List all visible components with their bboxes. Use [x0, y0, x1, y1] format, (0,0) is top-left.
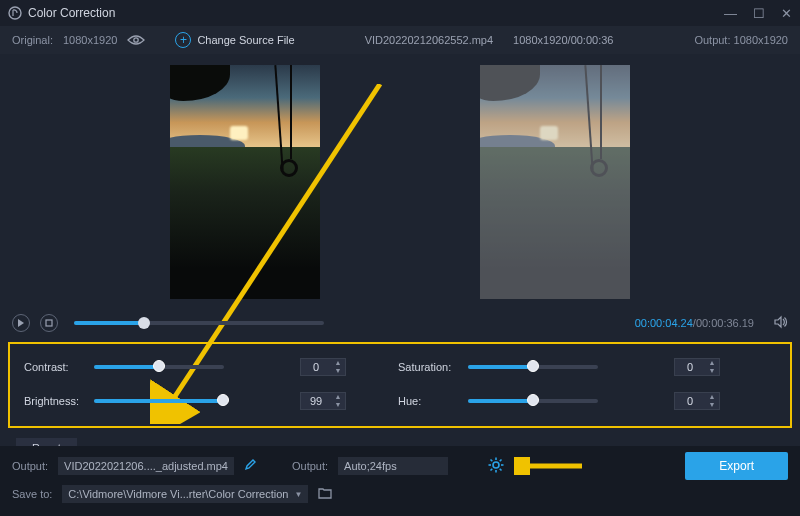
save-path-dropdown[interactable]: C:\Vidmore\Vidmore Vi...rter\Color Corre…: [62, 485, 308, 503]
change-source-button[interactable]: + Change Source File: [175, 32, 294, 48]
stop-button[interactable]: [40, 314, 58, 332]
output-settings-icon[interactable]: [488, 457, 504, 475]
saturation-step-down[interactable]: ▼: [705, 367, 719, 375]
contrast-label: Contrast:: [24, 361, 86, 373]
rename-output-icon[interactable]: [244, 459, 256, 473]
hue-step-up[interactable]: ▲: [705, 393, 719, 401]
brightness-value-input[interactable]: 99▲▼: [300, 392, 346, 410]
minimize-button[interactable]: —: [724, 6, 737, 21]
total-time: 00:00:36.19: [696, 317, 754, 329]
hue-slider[interactable]: [468, 399, 598, 403]
svg-point-0: [9, 7, 21, 19]
brightness-label: Brightness:: [24, 395, 86, 407]
brightness-step-up[interactable]: ▲: [331, 393, 345, 401]
color-controls-panel: Contrast: 0▲▼ Saturation: 0▲▼ Brightness…: [8, 342, 792, 428]
saturation-label: Saturation:: [398, 361, 460, 373]
contrast-value-input[interactable]: 0▲▼: [300, 358, 346, 376]
playback-slider[interactable]: [74, 321, 324, 325]
save-to-label: Save to:: [12, 488, 52, 500]
brightness-slider[interactable]: [94, 399, 224, 403]
brightness-knob[interactable]: [217, 394, 229, 406]
change-source-label: Change Source File: [197, 34, 294, 46]
contrast-step-up[interactable]: ▲: [331, 359, 345, 367]
output-format-value: Auto;24fps: [338, 457, 448, 475]
open-folder-icon[interactable]: [318, 487, 332, 501]
playback-knob[interactable]: [138, 317, 150, 329]
play-bar: 00:00:04.24/00:00:36.19: [0, 310, 800, 336]
window-title: Color Correction: [28, 6, 115, 20]
export-button[interactable]: Export: [685, 452, 788, 480]
source-resolution: 1080x1920: [513, 34, 567, 46]
svg-point-1: [134, 38, 138, 42]
hue-knob[interactable]: [527, 394, 539, 406]
saturation-value-input[interactable]: 0▲▼: [674, 358, 720, 376]
annotation-arrow-to-gear: [514, 457, 584, 475]
titlebar: Color Correction — ☐ ✕: [0, 0, 800, 26]
svg-line-11: [491, 469, 493, 471]
hue-value-input[interactable]: 0▲▼: [674, 392, 720, 410]
brightness-step-down[interactable]: ▼: [331, 401, 345, 409]
bottom-bar: Output: VID2022021206...._adjusted.mp4 O…: [0, 446, 800, 516]
hue-label: Hue:: [398, 395, 460, 407]
svg-point-4: [493, 462, 499, 468]
chevron-down-icon: ▼: [294, 490, 302, 499]
original-label: Original:: [12, 34, 53, 46]
svg-rect-3: [46, 320, 52, 326]
output-file-name: VID2022021206...._adjusted.mp4: [58, 457, 234, 475]
contrast-knob[interactable]: [153, 360, 165, 372]
contrast-slider[interactable]: [94, 365, 224, 369]
maximize-button[interactable]: ☐: [753, 6, 765, 21]
source-duration: 00:00:36: [571, 34, 614, 46]
preview-area: [0, 54, 800, 310]
volume-icon[interactable]: [774, 315, 788, 331]
app-icon: [8, 6, 22, 20]
hue-step-down[interactable]: ▼: [705, 401, 719, 409]
original-preview: [170, 65, 320, 299]
svg-line-10: [500, 469, 502, 471]
current-time: 00:00:04.24: [635, 317, 693, 329]
play-button[interactable]: [12, 314, 30, 332]
output-preview: [480, 65, 630, 299]
output-file-label: Output:: [12, 460, 48, 472]
output-format-label: Output:: [292, 460, 328, 472]
saturation-knob[interactable]: [527, 360, 539, 372]
source-filename: VID20220212062552.mp4: [365, 34, 493, 46]
saturation-slider[interactable]: [468, 365, 598, 369]
svg-line-9: [491, 460, 493, 462]
svg-line-12: [500, 460, 502, 462]
compare-eye-icon[interactable]: [127, 34, 145, 46]
original-resolution: 1080x1920: [63, 34, 117, 46]
top-info-bar: Original: 1080x1920 + Change Source File…: [0, 26, 800, 54]
contrast-step-down[interactable]: ▼: [331, 367, 345, 375]
output-label-top: Output:: [694, 34, 730, 46]
close-button[interactable]: ✕: [781, 6, 792, 21]
output-resolution-top: 1080x1920: [734, 34, 788, 46]
save-path-value: C:\Vidmore\Vidmore Vi...rter\Color Corre…: [68, 488, 288, 500]
plus-icon: +: [175, 32, 191, 48]
saturation-step-up[interactable]: ▲: [705, 359, 719, 367]
